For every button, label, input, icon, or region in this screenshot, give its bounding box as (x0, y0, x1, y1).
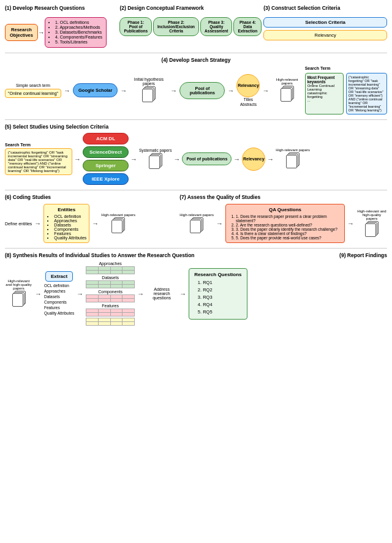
entity-2: Approaches (54, 219, 86, 223)
arrow-to-highrel2: → (267, 155, 274, 163)
row5: (8) Synthesis Results of Individual Stud… (5, 252, 387, 326)
relevancy-group: Relevancy Titles Abstracts (236, 74, 260, 107)
section-4: (4) Develop Search Strategy Simple searc… (5, 57, 387, 114)
relevancy-oval: Relevancy (236, 74, 260, 97)
qa-list: 1. Does the research paper present a cle… (228, 214, 342, 240)
entity-6: Quality Attributes (54, 236, 86, 240)
section-2: (2) Design Conceptual Framework Phase 1:… (119, 5, 261, 36)
s7-content: High-relevant papers → QA Questions 1. D… (179, 204, 387, 243)
row1: (1) Develop Research Questions Research … (5, 5, 387, 48)
search-term-header: Search Term (305, 66, 387, 70)
qa-item-3: 3. Does the paper clearly identify the r… (236, 227, 342, 231)
s2-content: Phase 1: Pool of Publications Phase 2: I… (119, 17, 261, 36)
synth-table-datasets (86, 280, 135, 288)
google-scholar-box: Google Scholar (73, 83, 118, 97)
relevancy-oval-2: Relevancy (242, 148, 265, 171)
ext-item-6: Quality Attributes (44, 310, 74, 316)
doc-stack-s7-in (190, 217, 203, 234)
extract-list: OCL definition Approaches Datasets Compo… (44, 283, 74, 316)
doc-6 (281, 88, 292, 102)
relevancy-box: Relevancy (263, 30, 387, 40)
arrow-to-sys: → (130, 155, 137, 163)
doc-s3 (149, 155, 160, 169)
synth-group-approaches: Approaches (86, 261, 135, 274)
kw-cf: catastrophic forgetting (307, 91, 341, 99)
arrow-def-ent: → (34, 220, 41, 227)
synth-label-components: Components (86, 290, 135, 294)
search-query-box: "Online continual learning" (5, 89, 61, 98)
qa-item-5: 5. Does the paper provide real-world use… (236, 236, 342, 240)
synthesis-tables: Approaches Datasets Components (86, 261, 135, 326)
research-objectives-box: Research Objectives (5, 24, 38, 41)
doc-q3 (190, 220, 201, 233)
doc-h3 (286, 155, 297, 168)
arrow-to-rq: → (179, 290, 186, 298)
arrow-s8-tables: → (77, 290, 83, 298)
s4-content: Simple search term "Online continual lea… (5, 66, 387, 114)
databases-col: ACM DL ScienceDirect Springer IEEE Xplor… (83, 133, 129, 185)
most-frequent-title: Most Frequent keywords (307, 75, 341, 84)
s8-input-docs: High-relevant and high-quality papers (5, 279, 32, 308)
pink-item-3: 3. Datasets/Benchmarks (55, 30, 102, 34)
pink-item-2: 2. Approaches/Methods (55, 25, 102, 29)
doc-stack-s7-out (365, 221, 379, 238)
rq-4: RQ4 (203, 301, 241, 309)
section-5-title: (5) Select Studies Using Selection Crite… (5, 124, 387, 130)
phase-3-box: Phase 3: Quality Assessment (200, 17, 232, 36)
rq-1: RQ1 (203, 279, 241, 286)
section-8-title: (8) Synthesis Results of Individual Stud… (5, 252, 311, 258)
doc-stack-initial (142, 86, 156, 103)
doc-c3 (111, 220, 123, 233)
arrow-to-rel2: → (233, 155, 240, 163)
arrow-to-high-rel: → (262, 87, 269, 94)
db-ieee: IEEE Xplore (83, 173, 129, 185)
section-1: (1) Develop Research Questions Research … (5, 5, 117, 48)
kw-more: ... (307, 99, 341, 102)
ext-item-1: OCL definition (44, 283, 74, 288)
pink-item-1: 1. OCL definitions (55, 20, 102, 24)
address-rq-label: Address research questions (146, 287, 177, 300)
doc-3 (142, 89, 153, 102)
synth-group-features: Features (86, 304, 135, 316)
arrow-ent-to-docs: → (92, 220, 99, 227)
simple-search-label: Simple search term (16, 83, 50, 88)
high-rel-group-2: High-relevant papers (276, 148, 310, 170)
arrow-to-dbs: → (74, 155, 81, 163)
section-2-title: (2) Design Conceptual Framework (119, 5, 261, 11)
s4-search-term: Simple search term "Online continual lea… (5, 83, 61, 98)
arrow-to-gs: → (64, 87, 70, 94)
qa-item-4: 4. Is there a clear statement of finding… (236, 231, 342, 236)
pink-item-4: 4. Components/Features (55, 35, 102, 39)
systematic-papers-group: Systematic papers (139, 148, 172, 170)
section-7-title: (7) Assess the Quality of Studies (179, 194, 387, 200)
section-3: (3) Construct Selection Criteria Selecti… (263, 5, 387, 40)
kw-ocl: Online Continual Learning (307, 84, 341, 91)
arrow-address-rq: → (137, 290, 144, 298)
systematic-papers-label: Systematic papers (139, 148, 172, 152)
synth-group-datasets: Datasets (86, 275, 135, 288)
doc-qo3 (365, 223, 376, 237)
qa-item-1: 1. Does the research paper present a cle… (236, 214, 342, 223)
high-rel-label: High-relevant papers (271, 78, 302, 85)
doc-stack-sys (149, 153, 162, 170)
titles-abstracts: Titles Abstracts (240, 97, 257, 107)
qa-box: QA Questions 1. Does the research paper … (225, 204, 345, 243)
synth-label-approaches: Approaches (86, 261, 135, 266)
entities-box: Entities OCL definition Approaches Datas… (43, 204, 89, 243)
section-1-title: (1) Develop Research Questions (5, 5, 117, 11)
s7-high-rel-in: High-relevant papers (179, 213, 214, 217)
ext-item-5: Features (44, 305, 74, 310)
synth-group-components: Components (86, 290, 135, 302)
phase-2-box: Phase 2: Inclusion/Exclusion Criteria (153, 17, 199, 36)
section-4-title: (4) Develop Search Strategy (5, 57, 387, 63)
s6-high-rel-label: High-relevant papers (101, 213, 135, 217)
s7-docs-out: High-relevant and high-quality papers (356, 209, 387, 238)
page: (1) Develop Research Questions Research … (0, 0, 392, 333)
rq-5: RQ5 (203, 309, 241, 316)
entities-title: Entities (47, 207, 86, 212)
s5-search-term-box: ("catastrophic forgetting" OR "task incr… (5, 148, 72, 175)
s3-content: Selection Criteria Relevancy (263, 17, 387, 40)
pink-items-box: 1. OCL definitions 2. Approaches/Methods… (45, 17, 107, 48)
section-6-title: (6) Coding Studies (5, 194, 175, 200)
doc-stack-highrel2 (286, 152, 300, 170)
